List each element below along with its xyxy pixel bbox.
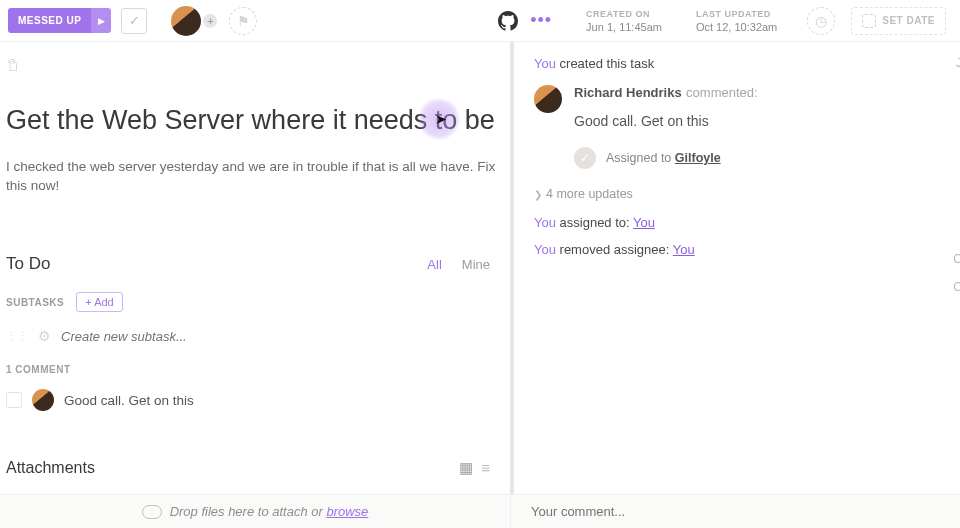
- activity-assigned: You assigned to: You: [534, 215, 960, 230]
- attachments-view-toggle: ▦ ≡: [459, 459, 500, 477]
- comment-text: Good call. Get on this: [64, 393, 194, 408]
- new-subtask-row: ⋮⋮ ⚙: [6, 328, 500, 344]
- filter-mine[interactable]: Mine: [462, 257, 490, 272]
- add-subtask-button[interactable]: + Add: [76, 292, 122, 312]
- removed-target[interactable]: You: [673, 242, 695, 257]
- edge-letter: C: [953, 252, 960, 266]
- comment-row: Good call. Get on this: [6, 389, 500, 411]
- updated-label: LAST UPDATED: [696, 9, 777, 19]
- created-value: Jun 1, 11:45am: [586, 21, 662, 33]
- assigned-text: Assigned to Gilfoyle: [606, 151, 721, 165]
- cursor-arrow-icon: ➤: [435, 111, 447, 127]
- browse-link[interactable]: browse: [326, 504, 368, 519]
- set-date-label: SET DATE: [882, 15, 935, 26]
- assigned-row: ✓ Assigned to Gilfoyle: [574, 147, 960, 169]
- updated-value: Oct 12, 10:32am: [696, 21, 777, 33]
- drag-handle-icon[interactable]: ⋮⋮: [6, 330, 28, 343]
- new-subtask-input[interactable]: [61, 329, 494, 344]
- activity-removed: You removed assignee: You: [534, 242, 960, 257]
- activity-comment: Richard Hendriks commented: Good call. G…: [534, 83, 960, 169]
- priority-placeholder-icon[interactable]: ⚑: [229, 7, 257, 35]
- grid-view-icon[interactable]: ▦: [459, 459, 473, 477]
- todo-header: To Do All Mine: [6, 254, 500, 274]
- list-view-icon[interactable]: ≡: [481, 459, 490, 477]
- subtasks-header: SUBTASKS + Add: [6, 292, 500, 312]
- time-estimate-icon[interactable]: ◷: [807, 7, 835, 35]
- assignee-link[interactable]: Gilfoyle: [675, 151, 721, 165]
- add-assignee-button[interactable]: +: [201, 12, 219, 30]
- status-button[interactable]: MESSED UP ▶: [8, 8, 111, 33]
- attachment-dropzone[interactable]: Drop files here to attach or browse: [0, 495, 510, 528]
- created-meta: CREATED ON Jun 1, 11:45am: [572, 9, 676, 33]
- filter-all[interactable]: All: [427, 257, 441, 272]
- activity-panel: You created this task J Richard Hendriks…: [510, 42, 960, 494]
- assigned-check-icon: ✓: [574, 147, 596, 169]
- top-toolbar: MESSED UP ▶ ✓ + ⚑ ••• CREATED ON Jun 1, …: [0, 0, 960, 42]
- complete-button[interactable]: ✓: [121, 8, 147, 34]
- activity-you: You: [534, 56, 556, 71]
- status-dropdown-toggle[interactable]: ▶: [91, 8, 111, 33]
- subtasks-label: SUBTASKS: [6, 297, 64, 308]
- status-label: MESSED UP: [8, 8, 91, 33]
- todo-heading: To Do: [6, 254, 50, 274]
- activity-comment-body: Good call. Get on this: [574, 113, 960, 129]
- main-content: 🏷 ➤ Get the Web Server where it needs to…: [0, 42, 960, 494]
- subtask-settings-icon[interactable]: ⚙: [38, 328, 51, 344]
- comment-input[interactable]: [531, 504, 960, 519]
- created-label: CREATED ON: [586, 9, 662, 19]
- comment-checkbox[interactable]: [6, 392, 22, 408]
- commented-label: commented:: [686, 85, 758, 100]
- subtask-filters: All Mine: [427, 257, 500, 272]
- activity-created: You created this task: [534, 56, 960, 71]
- comment-avatar: [32, 389, 54, 411]
- set-date-button[interactable]: SET DATE: [851, 7, 946, 35]
- assigned-target[interactable]: You: [633, 215, 655, 230]
- dropzone-text: Drop files here to attach or: [170, 504, 327, 519]
- updated-meta: LAST UPDATED Oct 12, 10:32am: [682, 9, 791, 33]
- task-description[interactable]: I checked the web server yesterday and w…: [6, 158, 496, 196]
- attachments-heading: Attachments: [6, 459, 95, 477]
- attachments-header: Attachments ▦ ≡: [6, 459, 500, 477]
- assignee-avatar[interactable]: [171, 6, 201, 36]
- task-panel: 🏷 ➤ Get the Web Server where it needs to…: [0, 42, 510, 494]
- calendar-icon: [862, 14, 876, 28]
- commenter-name: Richard Hendriks: [574, 85, 682, 100]
- more-menu-icon[interactable]: •••: [530, 10, 552, 31]
- cursor-indicator: ➤: [418, 98, 460, 140]
- github-icon[interactable]: [498, 11, 518, 31]
- commenter-avatar: [534, 85, 562, 113]
- footer: Drop files here to attach or browse: [0, 494, 960, 528]
- comment-composer: [510, 495, 960, 528]
- chevron-right-icon: ❯: [534, 189, 542, 200]
- cloud-upload-icon: [142, 505, 162, 519]
- edge-letter: J: [956, 56, 960, 70]
- tag-icon[interactable]: 🏷: [5, 58, 21, 72]
- comments-count-label: 1 COMMENT: [6, 364, 500, 375]
- more-updates-toggle[interactable]: ❯4 more updates: [534, 187, 960, 201]
- edge-letter: C: [953, 280, 960, 294]
